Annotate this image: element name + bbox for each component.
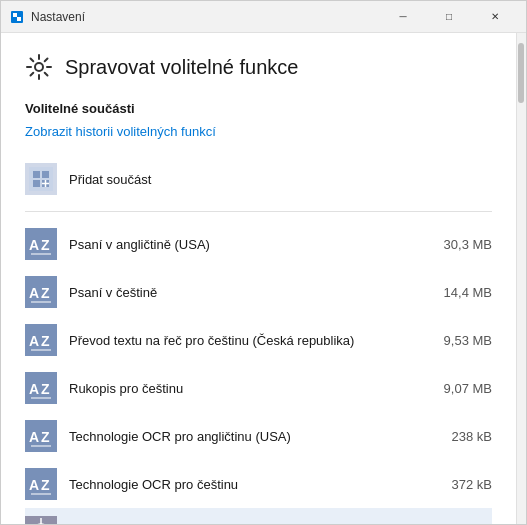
feature-name-1: Psaní v češtině bbox=[69, 285, 432, 300]
content-area: Spravovat volitelné funkce Volitelné sou… bbox=[1, 33, 526, 524]
settings-window: Nastavení ─ □ ✕ Spravovat volitelné funk… bbox=[0, 0, 527, 525]
titlebar-controls: ─ □ ✕ bbox=[380, 1, 518, 33]
settings-icon bbox=[25, 53, 53, 81]
svg-point-3 bbox=[35, 63, 43, 71]
svg-text:Z: Z bbox=[41, 477, 50, 493]
feature-row-2[interactable]: A Z Převod textu na řeč pro češtinu (Čes… bbox=[25, 316, 492, 364]
feature-size-3: 9,07 MB bbox=[432, 381, 492, 396]
feature-size-5: 372 kB bbox=[432, 477, 492, 492]
svg-rect-1 bbox=[13, 13, 17, 17]
svg-rect-4 bbox=[29, 167, 53, 191]
feature-icon-4: A Z bbox=[25, 420, 57, 452]
feature-icon-1: A Z bbox=[25, 276, 57, 308]
feature-list: A Z Psaní v angličtině (USA) 30,3 MB bbox=[25, 220, 492, 524]
feature-row-3[interactable]: A Z Rukopis pro češtinu 9,07 MB bbox=[25, 364, 492, 412]
add-label: Přidat součást bbox=[69, 172, 151, 187]
svg-text:Z: Z bbox=[41, 285, 50, 301]
feature-icon-wmp bbox=[25, 516, 57, 524]
feature-name-5: Technologie OCR pro češtinu bbox=[69, 477, 432, 492]
scrollbar[interactable] bbox=[516, 33, 526, 524]
feature-icon-5: A Z bbox=[25, 468, 57, 500]
feature-name-0: Psaní v angličtině (USA) bbox=[69, 237, 432, 252]
svg-text:A: A bbox=[29, 285, 39, 301]
feature-row-0[interactable]: A Z Psaní v angličtině (USA) 30,3 MB bbox=[25, 220, 492, 268]
page-header: Spravovat volitelné funkce bbox=[25, 53, 492, 81]
minimize-button[interactable]: ─ bbox=[380, 1, 426, 33]
maximize-button[interactable]: □ bbox=[426, 1, 472, 33]
feature-row-5[interactable]: A Z Technologie OCR pro češtinu 372 kB bbox=[25, 460, 492, 508]
feature-size-1: 14,4 MB bbox=[432, 285, 492, 300]
section-title: Volitelné součásti bbox=[25, 101, 492, 116]
selected-feature-section: Windows Media Player 28,4 MB Přehrávejte… bbox=[25, 508, 492, 524]
titlebar: Nastavení ─ □ ✕ bbox=[1, 1, 526, 33]
svg-rect-6 bbox=[42, 171, 49, 178]
feature-icon-0: A Z bbox=[25, 228, 57, 260]
feature-size-4: 238 kB bbox=[432, 429, 492, 444]
add-component-row[interactable]: Přidat součást bbox=[25, 155, 492, 203]
feature-name-4: Technologie OCR pro angličtinu (USA) bbox=[69, 429, 432, 444]
feature-icon-2: A Z bbox=[25, 324, 57, 356]
svg-rect-2 bbox=[17, 17, 21, 21]
feature-name-2: Převod textu na řeč pro češtinu (Česká r… bbox=[69, 333, 432, 348]
scrollbar-thumb[interactable] bbox=[518, 43, 524, 103]
add-component-icon bbox=[25, 163, 57, 195]
svg-rect-7 bbox=[33, 180, 40, 187]
feature-name-3: Rukopis pro češtinu bbox=[69, 381, 432, 396]
titlebar-icon bbox=[9, 9, 25, 25]
svg-text:A: A bbox=[29, 477, 39, 493]
svg-text:A: A bbox=[29, 429, 39, 445]
feature-size-0: 30,3 MB bbox=[432, 237, 492, 252]
svg-text:Z: Z bbox=[41, 333, 50, 349]
history-link[interactable]: Zobrazit historii volitelných funkcí bbox=[25, 124, 492, 139]
svg-text:Z: Z bbox=[41, 381, 50, 397]
svg-rect-5 bbox=[33, 171, 40, 178]
close-button[interactable]: ✕ bbox=[472, 1, 518, 33]
svg-text:A: A bbox=[29, 333, 39, 349]
titlebar-title: Nastavení bbox=[31, 10, 380, 24]
feature-size-2: 9,53 MB bbox=[432, 333, 492, 348]
svg-text:Z: Z bbox=[41, 429, 50, 445]
feature-icon-3: A Z bbox=[25, 372, 57, 404]
feature-row-wmp[interactable]: Windows Media Player 28,4 MB bbox=[25, 508, 492, 524]
divider bbox=[25, 211, 492, 212]
page-title: Spravovat volitelné funkce bbox=[65, 56, 298, 79]
svg-text:A: A bbox=[29, 237, 39, 253]
feature-row-4[interactable]: A Z Technologie OCR pro angličtinu (USA)… bbox=[25, 412, 492, 460]
main-panel: Spravovat volitelné funkce Volitelné sou… bbox=[1, 33, 516, 524]
feature-row-1[interactable]: A Z Psaní v češtině 14,4 MB bbox=[25, 268, 492, 316]
svg-text:A: A bbox=[29, 381, 39, 397]
